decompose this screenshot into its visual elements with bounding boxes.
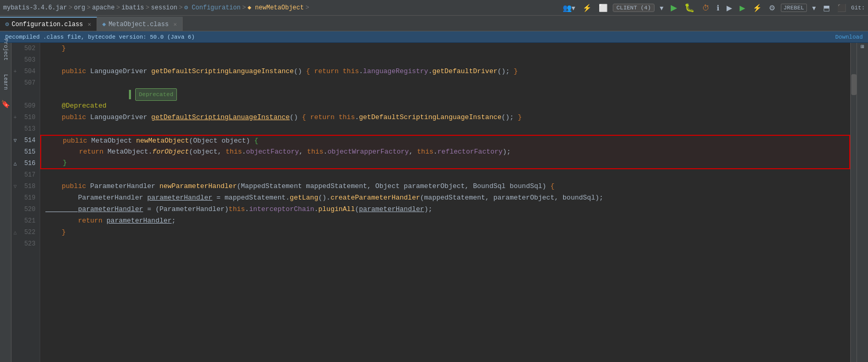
- bookmark-icon[interactable]: 🔖: [1, 99, 10, 109]
- gutter-518: ▽ 518: [11, 181, 40, 192]
- profile-run-btn[interactable]: ℹ: [715, 3, 721, 13]
- gutter-514: ▽ 514: [11, 135, 40, 146]
- build-btn[interactable]: ⚡: [751, 3, 764, 13]
- window-btn[interactable]: ⬜: [597, 3, 610, 13]
- tab-label-meta: MetaObject.class: [109, 21, 169, 28]
- gutter-513: 513: [11, 123, 40, 135]
- gutter-515: 515: [11, 146, 40, 158]
- deprecated-label: Deprecated: [135, 88, 177, 101]
- bc-ibatis[interactable]: ibatis: [122, 4, 144, 11]
- bc-org[interactable]: org: [74, 4, 86, 11]
- code-line-516: }: [40, 158, 850, 169]
- code-line-521: return parameterHandler;: [40, 215, 850, 227]
- right-panel-icon[interactable]: ⊞: [859, 45, 866, 49]
- jrebel-btn[interactable]: ▾: [810, 3, 818, 13]
- gutter-502: 502: [11, 43, 40, 54]
- dropdown-btn[interactable]: ▾: [658, 3, 665, 13]
- fold-icon-504[interactable]: +: [14, 69, 17, 75]
- client-badge[interactable]: CLIENT (4): [613, 4, 655, 12]
- tab-icon-config: ⚙: [5, 20, 9, 28]
- bc-method[interactable]: ◆ newMetaObject: [247, 4, 304, 11]
- fold-icon-522[interactable]: △: [14, 229, 17, 236]
- run-btn[interactable]: ▶: [669, 2, 679, 14]
- learn-icon[interactable]: Learn: [1, 77, 10, 87]
- code-line-504: public LanguageDriver getDefaultScriptin…: [40, 66, 850, 77]
- ext2-btn[interactable]: ⬛: [835, 3, 848, 13]
- gutter-504: + 504: [11, 66, 40, 77]
- bc-session[interactable]: session: [151, 4, 177, 11]
- fold-icon-514[interactable]: ▽: [14, 137, 17, 144]
- settings-btn[interactable]: ⚙: [767, 3, 778, 13]
- line-gutter: 502 503 + 504 507 509 + 510 513 ▽: [11, 43, 40, 362]
- code-line-514: public MetaObject newMetaObject(Object o…: [40, 135, 850, 146]
- fold-icon-510[interactable]: +: [14, 115, 17, 121]
- fold-icon-518[interactable]: ▽: [14, 183, 17, 190]
- tab-icon-meta: ◆: [102, 20, 106, 28]
- gutter-523: 523: [11, 238, 40, 250]
- left-sidebar: Project Learn 🔖: [0, 43, 11, 362]
- tab-close-config[interactable]: ✕: [88, 21, 91, 28]
- gutter-520: 520: [11, 204, 40, 215]
- debug-btn[interactable]: 🐛: [682, 2, 697, 14]
- fold-icon-516[interactable]: △: [14, 160, 17, 167]
- gutter-509: 509: [11, 100, 40, 112]
- gutter-507: 507: [11, 77, 40, 89]
- bc-configuration[interactable]: ⚙ Configuration: [184, 4, 241, 11]
- gutter-516: △ 516: [11, 158, 40, 169]
- tab-configuration[interactable]: ⚙ Configuration.class ✕: [0, 17, 97, 31]
- coverage-btn[interactable]: ⏱: [700, 3, 711, 13]
- code-line-503: [40, 54, 850, 66]
- tab-bar: ⚙ Configuration.class ✕ ◆ MetaObject.cla…: [0, 16, 868, 31]
- info-text: Decompiled .class file, bytecode version…: [5, 34, 195, 40]
- gutter-519: 519: [11, 192, 40, 204]
- code-line-520: parameterHandler = (ParameterHandler)thi…: [40, 204, 850, 215]
- scrollbar[interactable]: [850, 43, 857, 362]
- code-line-deprecated-tag: Deprecated: [40, 89, 850, 100]
- toolbar-right: 👥▾ ⚡ ⬜ CLIENT (4) ▾ ▶ 🐛 ⏱ ℹ ▶ ▶ ⚡ ⚙ JREB…: [561, 2, 865, 14]
- tab-label-config: Configuration.class: [11, 21, 83, 28]
- code-line-513: [40, 123, 850, 135]
- tab-metaobject[interactable]: ◆ MetaObject.class ✕: [97, 17, 183, 31]
- editor-area: 502 503 + 504 507 509 + 510 513 ▽: [11, 43, 857, 362]
- download-link[interactable]: Download: [835, 34, 863, 40]
- git-label: Git:: [851, 5, 865, 11]
- gutter-508: [11, 89, 40, 100]
- gutter-522: △ 522: [11, 227, 40, 238]
- code-line-522: }: [40, 227, 850, 238]
- toolbar: mybatis-3.4.6.jar > org > apache > ibati…: [0, 0, 868, 16]
- code-line-509: @Deprecated: [40, 100, 850, 112]
- bc-apache[interactable]: apache: [92, 4, 114, 11]
- right-panel: ⊞: [857, 43, 868, 362]
- code-line-502: }: [40, 43, 850, 54]
- info-bar: Decompiled .class file, bytecode version…: [0, 31, 868, 43]
- code-content: } public LanguageDriver getDefaultScript…: [40, 43, 850, 362]
- ext-btn[interactable]: ⬒: [821, 3, 832, 13]
- breadcrumb: mybatis-3.4.6.jar > org > apache > ibati…: [3, 4, 558, 11]
- code-line-515: return MetaObject.forObject(object, this…: [40, 146, 850, 158]
- code-line-510: public LanguageDriver getDefaultScriptin…: [40, 112, 850, 123]
- gutter-521: 521: [11, 215, 40, 227]
- run2-btn[interactable]: ▶: [738, 3, 747, 13]
- bc-jar[interactable]: mybatis-3.4.6.jar: [3, 4, 67, 11]
- code-line-517: [40, 169, 850, 181]
- more-btn[interactable]: ▶: [724, 3, 734, 13]
- jrebel-label: JREBEL: [781, 4, 807, 12]
- users-btn[interactable]: 👥▾: [561, 3, 577, 13]
- profile-btn[interactable]: ⚡: [580, 3, 593, 13]
- main-layout: Project Learn 🔖 502 503 + 504 507 509 +: [0, 43, 868, 362]
- gutter-503: 503: [11, 54, 40, 66]
- gutter-510: + 510: [11, 112, 40, 123]
- code-line-507: [40, 77, 850, 89]
- project-icon[interactable]: Project: [1, 45, 10, 54]
- code-line-519: ParameterHandler parameterHandler = mapp…: [40, 192, 850, 204]
- tab-close-meta[interactable]: ✕: [173, 21, 177, 28]
- code-line-518: public ParameterHandler newParameterHand…: [40, 181, 850, 192]
- gutter-517: 517: [11, 169, 40, 181]
- code-line-523: [40, 238, 850, 250]
